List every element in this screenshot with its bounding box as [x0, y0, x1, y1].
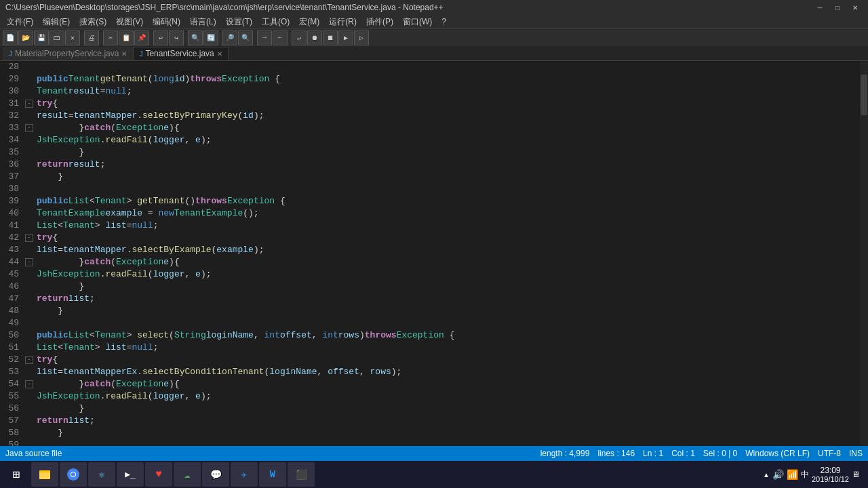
menu-window[interactable]: 窗口(W)	[399, 16, 436, 28]
tb-paste[interactable]: 📌	[134, 30, 149, 45]
code-line: public List<Tenant> getTenant()throws Ex…	[37, 195, 860, 207]
menu-language[interactable]: 语言(L)	[186, 16, 220, 28]
taskbar-app3[interactable]: ✈	[231, 462, 258, 487]
menu-help[interactable]: ?	[437, 16, 450, 27]
chrome-icon	[66, 468, 80, 481]
close-button[interactable]: ✕	[848, 3, 863, 12]
code-line: try{	[37, 354, 860, 366]
system-clock[interactable]: 23:09 2019/10/12	[812, 466, 849, 483]
taskbar: ⊞ ⚛ ▶_ ♥ ☁ 💬 ✈ W ⬛ ▲ 🔊 📶	[0, 461, 868, 488]
start-button[interactable]: ⊞	[3, 462, 30, 487]
code-line: }	[37, 281, 860, 293]
minimize-button[interactable]: ─	[812, 3, 827, 12]
tb-undo[interactable]: ↩	[153, 30, 168, 45]
code-line: List<Tenant> list=null;	[37, 342, 860, 354]
tb-find[interactable]: 🔍	[188, 30, 203, 45]
taskbar-app2[interactable]: ☁	[174, 462, 201, 487]
menu-plugins[interactable]: 插件(P)	[362, 16, 397, 28]
tab-close-2[interactable]: ✕	[217, 50, 222, 58]
code-line: }	[37, 171, 860, 183]
window-controls: ─ □ ✕	[812, 3, 863, 12]
tab-file-icon-2: J	[139, 50, 142, 58]
tab-bar: J MaterialPropertyService.java ✕ J Tenan…	[0, 46, 868, 61]
fold-marker[interactable]: -	[25, 100, 33, 108]
tb-redo[interactable]: ↪	[169, 30, 184, 45]
status-length: length : 4,999	[540, 449, 590, 458]
status-left: Java source file	[5, 449, 62, 458]
taskbar-word[interactable]: W	[259, 462, 286, 487]
menu-file[interactable]: 文件(F)	[3, 16, 37, 28]
menu-view[interactable]: 视图(V)	[112, 16, 147, 28]
tb-save-all[interactable]: 🗃	[50, 30, 64, 45]
maximize-button[interactable]: □	[830, 3, 845, 12]
tb-macro-run[interactable]: ▶	[338, 30, 353, 45]
tb-outdent[interactable]: ←	[273, 30, 288, 45]
tab-label-2: TenantService.java	[145, 49, 214, 58]
menu-search[interactable]: 搜索(S)	[75, 16, 111, 28]
status-sel: Sel : 0 | 0	[703, 449, 737, 458]
menu-macro[interactable]: 宏(M)	[295, 16, 323, 28]
menu-run[interactable]: 运行(R)	[325, 16, 361, 28]
menu-encoding[interactable]: 编码(N)	[149, 16, 184, 28]
code-line	[37, 317, 860, 329]
menu-settings[interactable]: 设置(T)	[222, 16, 256, 28]
taskbar-explorer[interactable]	[31, 462, 58, 487]
word-icon: W	[270, 469, 275, 480]
app4-icon: ⬛	[296, 469, 307, 481]
tb-wrap[interactable]: ↵	[292, 30, 307, 45]
menu-edit[interactable]: 编辑(E)	[39, 16, 74, 28]
tb-cut[interactable]: ✂	[103, 30, 118, 45]
fold-marker[interactable]: -	[25, 356, 33, 364]
scrollbar-thumb[interactable]	[861, 75, 867, 115]
fold-marker[interactable]: -	[25, 258, 33, 266]
tb-indent[interactable]: →	[257, 30, 272, 45]
wechat-icon: 💬	[210, 469, 222, 481]
code-line: JshException.readFail(logger, e);	[37, 134, 860, 146]
code-line: }	[37, 403, 860, 415]
status-ln: Ln : 1	[643, 449, 663, 458]
tb-macro-stop[interactable]: ⏹	[323, 30, 338, 45]
code-line: Tenant result=null;	[37, 85, 860, 98]
tab-tenant-service[interactable]: J TenantService.java ✕	[133, 47, 228, 60]
taskbar-wechat[interactable]: 💬	[202, 462, 229, 487]
code-line: public List<Tenant> select(String loginN…	[37, 329, 860, 342]
status-eol: Windows (CR LF)	[745, 449, 810, 458]
code-line: }catch(Exception e){	[37, 256, 860, 268]
scrollbar[interactable]	[860, 61, 868, 446]
tb-zoom-in[interactable]: 🔎	[222, 30, 237, 45]
fold-marker[interactable]: -	[25, 380, 33, 388]
taskbar-app1[interactable]: ♥	[145, 462, 172, 487]
taskbar-app4[interactable]: ⬛	[288, 462, 315, 487]
file-explorer-icon	[38, 468, 52, 481]
tab-material-property-service[interactable]: J MaterialPropertyService.java ✕	[3, 47, 133, 60]
tb-replace[interactable]: 🔄	[203, 30, 218, 45]
title-bar: C:\Users\Pluseven\Desktop\storages\JSH_E…	[0, 0, 868, 15]
terminal-icon: ▶_	[125, 469, 136, 480]
taskbar-dev[interactable]: ⚛	[88, 462, 115, 487]
line-numbers: 2829303132333435363738394041424344454647…	[0, 61, 24, 446]
tb-new[interactable]: 📄	[3, 30, 18, 45]
tb-close[interactable]: ✕	[65, 30, 80, 45]
menu-tools[interactable]: 工具(O)	[258, 16, 294, 28]
taskbar-terminal[interactable]: ▶_	[117, 462, 144, 487]
tb-run-script[interactable]: ▷	[354, 30, 369, 45]
tb-save[interactable]: 💾	[34, 30, 49, 45]
taskbar-chrome[interactable]	[60, 462, 87, 487]
tb-macro-record[interactable]: ⏺	[307, 30, 322, 45]
code-content[interactable]: public Tenant getTenant(long id)throws E…	[34, 61, 860, 446]
code-line: list=tenantMapperEx.selectByConditionTen…	[37, 366, 860, 378]
fold-marker[interactable]: -	[25, 124, 33, 132]
show-desktop[interactable]: 🖥	[852, 470, 860, 479]
code-line: result=tenantMapper.selectByPrimaryKey(i…	[37, 110, 860, 122]
tab-close-1[interactable]: ✕	[121, 50, 127, 58]
fold-marker[interactable]: -	[25, 234, 33, 242]
code-line	[37, 61, 860, 73]
tb-open[interactable]: 📂	[18, 30, 33, 45]
tray-arrow[interactable]: ▲	[763, 471, 770, 479]
code-line: try{	[37, 98, 860, 110]
tb-print[interactable]: 🖨	[84, 30, 99, 45]
app1-icon: ♥	[155, 468, 162, 481]
tb-copy[interactable]: 📋	[119, 30, 134, 45]
menu-bar: 文件(F) 编辑(E) 搜索(S) 视图(V) 编码(N) 语言(L) 设置(T…	[0, 15, 868, 28]
tb-zoom-out[interactable]: 🔍	[238, 30, 253, 45]
